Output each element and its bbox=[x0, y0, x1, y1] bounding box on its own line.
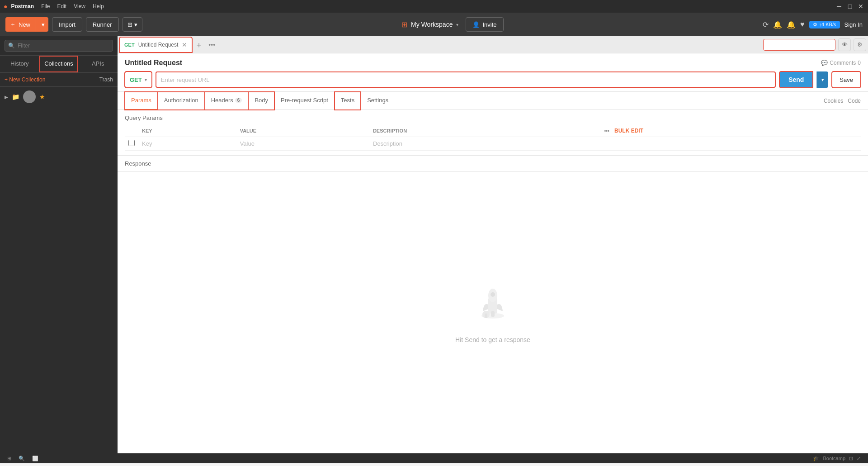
search-wrap: 🔍 bbox=[5, 40, 113, 52]
send-caret-button[interactable]: ▾ bbox=[816, 71, 828, 88]
actions-col-header: ••• Bulk Edit bbox=[600, 125, 861, 137]
workspace-icon: ⊞ bbox=[401, 20, 407, 29]
toolbar-right: ⟳ 🔔 🔔 ♥ ⚙ ↑4 KB/s Sign In bbox=[763, 20, 863, 29]
tab-authorization[interactable]: Authorization bbox=[158, 92, 205, 110]
tab-add-button[interactable]: ＋ bbox=[192, 39, 206, 50]
status-icon-2[interactable]: 🔍 bbox=[19, 456, 25, 461]
svg-rect-6 bbox=[485, 314, 487, 318]
description-col-header: DESCRIPTION bbox=[369, 125, 600, 137]
title-bar: ● Postman File Edit View Help ─ □ ✕ bbox=[0, 0, 868, 13]
key-col-header: KEY bbox=[138, 125, 236, 137]
value-cell[interactable]: Value bbox=[236, 137, 369, 151]
row-actions-cell bbox=[600, 137, 861, 151]
tab-bar-right: 👁 ⚙ bbox=[763, 38, 866, 51]
tab-settings[interactable]: Settings bbox=[361, 92, 395, 110]
tab-search-input[interactable] bbox=[767, 42, 831, 48]
method-select[interactable]: GET ▾ bbox=[125, 71, 152, 88]
tab-body[interactable]: Body bbox=[248, 92, 274, 110]
new-label: New bbox=[19, 21, 30, 28]
avatar bbox=[23, 90, 36, 103]
app-name: Postman bbox=[11, 3, 34, 10]
response-empty-state: Hit Send to get a response bbox=[118, 172, 868, 453]
content-area: 🔍 History Collections APIs + New Collect… bbox=[0, 36, 868, 453]
chevron-right-icon: ▶ bbox=[5, 95, 8, 100]
tab-tests[interactable]: Tests bbox=[335, 92, 361, 110]
new-button[interactable]: ＋ New ▾ bbox=[5, 17, 48, 32]
tab-name: Untitled Request bbox=[138, 42, 179, 48]
status-icon-1[interactable]: ⊞ bbox=[7, 456, 11, 461]
search-input[interactable] bbox=[5, 40, 113, 52]
save-button[interactable]: Save bbox=[832, 71, 861, 88]
invite-button[interactable]: 👤 Invite bbox=[466, 17, 503, 32]
toolbar: ＋ New ▾ Import Runner ⊞ ▾ ⊞ My Workspace… bbox=[0, 13, 868, 36]
row-checkbox-cell bbox=[125, 137, 138, 151]
layout-button[interactable]: ⊞ ▾ bbox=[123, 17, 142, 32]
tab-headers[interactable]: Headers 6 bbox=[205, 92, 249, 110]
rocket-illustration bbox=[470, 282, 515, 327]
cookies-link[interactable]: Cookies bbox=[824, 98, 843, 104]
status-right: 🎓 Bootcamp ⊡ ⤢ bbox=[813, 456, 861, 461]
tab-more-button[interactable]: ••• bbox=[206, 41, 218, 48]
request-title: Untitled Request bbox=[125, 59, 182, 67]
workspace-button[interactable]: ⊞ My Workspace ▾ bbox=[401, 20, 458, 29]
url-input[interactable] bbox=[161, 76, 770, 83]
import-button[interactable]: Import bbox=[52, 17, 82, 32]
request-title-row: Untitled Request 💬 Comments 0 bbox=[125, 59, 861, 67]
window-controls: ─ □ ✕ bbox=[835, 3, 864, 10]
status-icon-3[interactable]: ⬜ bbox=[32, 456, 38, 461]
more-icon[interactable]: ••• bbox=[604, 128, 609, 133]
close-button[interactable]: ✕ bbox=[857, 3, 864, 10]
new-main[interactable]: ＋ New bbox=[5, 17, 36, 32]
eye-button[interactable]: 👁 bbox=[838, 38, 851, 51]
bell-icon[interactable]: 🔔 bbox=[773, 20, 782, 29]
tab-params[interactable]: Params bbox=[125, 92, 158, 110]
status-bar: ⊞ 🔍 ⬜ 🎓 Bootcamp ⊡ ⤢ bbox=[0, 453, 868, 463]
minimize-button[interactable]: ─ bbox=[835, 3, 843, 10]
expand-icon-status[interactable]: ⤢ bbox=[857, 456, 861, 461]
menu-view[interactable]: View bbox=[74, 3, 85, 10]
notification-icon[interactable]: 🔔 bbox=[787, 20, 796, 29]
comments-link[interactable]: 💬 Comments 0 bbox=[821, 60, 861, 66]
layout-caret: ▾ bbox=[134, 21, 137, 28]
new-caret[interactable]: ▾ bbox=[38, 17, 48, 32]
description-cell[interactable]: Description bbox=[369, 137, 600, 151]
tab-close-button[interactable]: ✕ bbox=[182, 41, 187, 48]
row-checkbox[interactable] bbox=[128, 140, 135, 146]
maximize-button[interactable]: □ bbox=[846, 3, 854, 10]
comment-icon: 💬 bbox=[821, 60, 828, 66]
list-item[interactable]: ▶ 📁 ★ bbox=[0, 87, 118, 107]
menu-help[interactable]: Help bbox=[93, 3, 104, 10]
trash-button[interactable]: Trash bbox=[99, 76, 113, 83]
new-collection-button[interactable]: + New Collection bbox=[5, 76, 45, 83]
bootcamp-label[interactable]: Bootcamp bbox=[823, 456, 845, 461]
code-link[interactable]: Code bbox=[848, 98, 861, 104]
authorization-label: Authorization bbox=[164, 97, 198, 104]
sign-in-button[interactable]: Sign In bbox=[844, 21, 863, 28]
sidebar-tab-collections[interactable]: Collections bbox=[39, 56, 79, 72]
key-cell[interactable]: Key bbox=[138, 137, 236, 151]
svg-rect-4 bbox=[491, 311, 495, 317]
response-label: Response bbox=[118, 156, 868, 172]
runner-button[interactable]: Runner bbox=[86, 17, 119, 32]
sidebar-tab-apis[interactable]: APIs bbox=[78, 56, 118, 72]
params-table: KEY VALUE DESCRIPTION ••• Bulk Edit bbox=[125, 125, 861, 151]
bulk-edit-button[interactable]: Bulk Edit bbox=[614, 128, 643, 134]
sync-icon[interactable]: ⟳ bbox=[763, 20, 769, 29]
gear-icon-2: ⚙ bbox=[813, 22, 817, 28]
gear-button[interactable]: ⚙ bbox=[854, 38, 866, 51]
menu-file[interactable]: File bbox=[41, 3, 50, 10]
request-tab[interactable]: GET Untitled Request ✕ bbox=[119, 37, 192, 52]
layout-icon-status[interactable]: ⊡ bbox=[849, 456, 853, 461]
tab-method-badge: GET bbox=[124, 42, 135, 48]
menu-edit[interactable]: Edit bbox=[57, 3, 67, 10]
table-row: Key Value Description bbox=[125, 137, 861, 151]
tab-prerequest[interactable]: Pre-request Script bbox=[274, 92, 335, 110]
method-text: GET bbox=[130, 76, 142, 83]
headers-label: Headers bbox=[211, 97, 233, 104]
folder-icon: 📁 bbox=[12, 93, 19, 100]
send-button[interactable]: Send bbox=[779, 71, 813, 88]
tab-search-box bbox=[763, 39, 835, 51]
heart-icon[interactable]: ♥ bbox=[800, 20, 805, 29]
checkbox-col-header bbox=[125, 125, 138, 137]
sidebar-tab-history[interactable]: History bbox=[0, 56, 39, 72]
